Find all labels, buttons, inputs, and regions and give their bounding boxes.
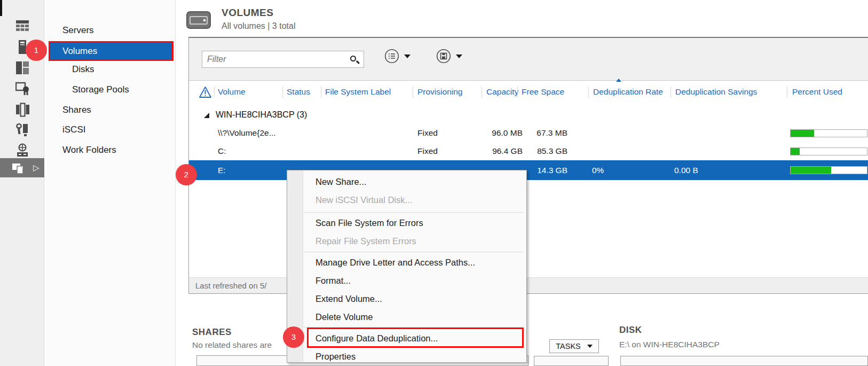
column-header-deduplication-rate[interactable]: Deduplication Rate	[593, 81, 663, 103]
sidebar-item-storage-pools[interactable]: Storage Pools	[72, 82, 129, 97]
sidebar-item-disks[interactable]: Disks	[72, 62, 94, 77]
server-group-label: WIN-HE8CIHA3BCP (3)	[216, 106, 307, 124]
all-servers-icon[interactable]	[14, 59, 31, 76]
shares-tile-subtitle: No related shares are	[192, 340, 272, 350]
column-header-volume[interactable]: Volume	[218, 81, 246, 103]
disk-tile-subtitle: E:\ on WIN-HE8CIHA3BCP	[619, 340, 720, 349]
column-header-free-space[interactable]: Free Space	[522, 81, 564, 103]
sidebar-item-volumes-selected[interactable]: Volumes	[49, 41, 173, 61]
column-header-provisioning[interactable]: Provisioning	[417, 81, 462, 103]
disk-tile-panel	[620, 356, 868, 366]
alerts-column-warning-icon[interactable]	[199, 86, 212, 98]
filter-field[interactable]	[202, 51, 364, 68]
column-header-file-system-label[interactable]: File System Label	[325, 81, 391, 103]
volume-context-menu: New Share... New iSCSI Virtual Disk... S…	[287, 170, 527, 363]
menu-item-new-iscsi-virtual-disk: New iSCSI Virtual Disk...	[304, 191, 526, 209]
column-header-capacity[interactable]: Capacity	[486, 81, 518, 103]
menu-item-properties[interactable]: Properties	[304, 347, 526, 365]
menu-separator	[304, 212, 524, 213]
volumes-drive-icon	[186, 11, 211, 29]
chevron-down-icon	[404, 54, 411, 58]
annotation-badge-3: 3	[283, 326, 304, 348]
collapse-group-icon[interactable]	[204, 113, 209, 118]
sidebar-item-shares[interactable]: Shares	[62, 103, 91, 118]
shares-tile-title: SHARES	[192, 327, 232, 338]
column-header-status[interactable]: Status	[287, 81, 310, 103]
chevron-down-icon	[587, 345, 593, 348]
tools-server-icon[interactable]	[14, 121, 31, 138]
menu-item-new-share[interactable]: New Share...	[304, 173, 526, 191]
menu-item-manage-drive-letter[interactable]: Manage Drive Letter and Access Paths...	[304, 253, 526, 271]
provisioning-value: Fixed	[417, 124, 438, 142]
page-subtitle: All volumes | 3 total	[222, 21, 295, 31]
filter-input[interactable]	[202, 51, 344, 67]
volume-tile-panel	[534, 356, 609, 366]
file-storage-services-rail-item[interactable]: ▷	[0, 158, 44, 177]
free-space-value: 67.3 MB	[521, 124, 567, 142]
save-icon	[436, 49, 451, 64]
list-toolbar	[189, 38, 868, 81]
storage-disk-icon[interactable]	[14, 142, 31, 159]
percent-used-bar	[790, 166, 867, 174]
screen-corner-artifact	[0, 0, 2, 16]
menu-item-delete-volume[interactable]: Delete Volume	[304, 308, 526, 326]
deduplication-rate-value: 0%	[592, 160, 604, 178]
percent-used-bar	[790, 147, 867, 155]
free-space-value: 85.3 GB	[521, 142, 567, 160]
menu-item-scan-file-system[interactable]: Scan File System for Errors	[304, 214, 526, 232]
server-group-icon[interactable]	[14, 101, 31, 118]
percent-used-bar	[790, 129, 867, 137]
column-header-deduplication-savings[interactable]: Deduplication Savings	[675, 81, 757, 103]
search-icon[interactable]	[350, 55, 359, 65]
annotation-box-configure-deduplication	[307, 328, 524, 348]
annotation-badge-2: 2	[176, 164, 197, 185]
tasks-dropdown-button[interactable]: TASKS	[549, 339, 599, 353]
volume-name: C:	[218, 142, 226, 160]
chevron-down-icon	[456, 54, 462, 58]
volume-name: \\?\Volume{2e...	[218, 124, 276, 142]
tasks-button-label: TASKS	[556, 342, 580, 351]
menu-item-format[interactable]: Format...	[304, 271, 526, 290]
list-view-icon	[384, 49, 399, 64]
table-header-row: Volume Status File System Label Provisio…	[189, 81, 868, 103]
column-header-percent-used[interactable]: Percent Used	[792, 81, 842, 103]
dashboard-icon[interactable]	[14, 17, 31, 34]
certificate-services-icon[interactable]	[14, 80, 31, 97]
page-title: VOLUMES	[222, 7, 273, 19]
sidebar-item-iscsi[interactable]: iSCSI	[62, 122, 85, 137]
free-space-value: 14.3 GB	[521, 160, 567, 178]
disk-tile-title: DISK	[619, 325, 642, 336]
sort-ascending-icon	[616, 79, 621, 82]
capacity-value: 96.4 GB	[476, 142, 523, 160]
provisioning-value: Fixed	[417, 142, 438, 160]
save-export-dropdown-button[interactable]	[436, 49, 462, 64]
sidebar-nav: Servers Disks Storage Pools Shares iSCSI…	[45, 0, 176, 366]
capacity-value: 96.0 MB	[476, 124, 523, 142]
sidebar-item-servers[interactable]: Servers	[62, 23, 94, 38]
table-row-c-drive[interactable]: C: Fixed 96.4 GB 85.3 GB	[189, 142, 868, 160]
annotation-badge-1: 1	[26, 40, 47, 61]
menu-item-extend-volume[interactable]: Extend Volume...	[304, 290, 526, 308]
menu-item-repair-file-system: Repair File System Errors	[304, 232, 526, 250]
file-storage-services-icon	[12, 162, 26, 175]
volume-name: E:	[218, 160, 226, 178]
deduplication-savings-value: 0.00 B	[674, 160, 698, 178]
sidebar-item-volumes-label: Volumes	[62, 43, 172, 59]
table-row-system-volume[interactable]: \\?\Volume{2e... Fixed 96.0 MB 67.3 MB	[189, 124, 868, 142]
sidebar-item-work-folders[interactable]: Work Folders	[62, 143, 116, 158]
menu-separator	[304, 252, 524, 252]
server-group-row[interactable]: WIN-HE8CIHA3BCP (3)	[189, 106, 868, 124]
expand-rail-arrow-icon[interactable]: ▷	[33, 163, 40, 173]
list-view-dropdown-button[interactable]	[384, 49, 411, 64]
